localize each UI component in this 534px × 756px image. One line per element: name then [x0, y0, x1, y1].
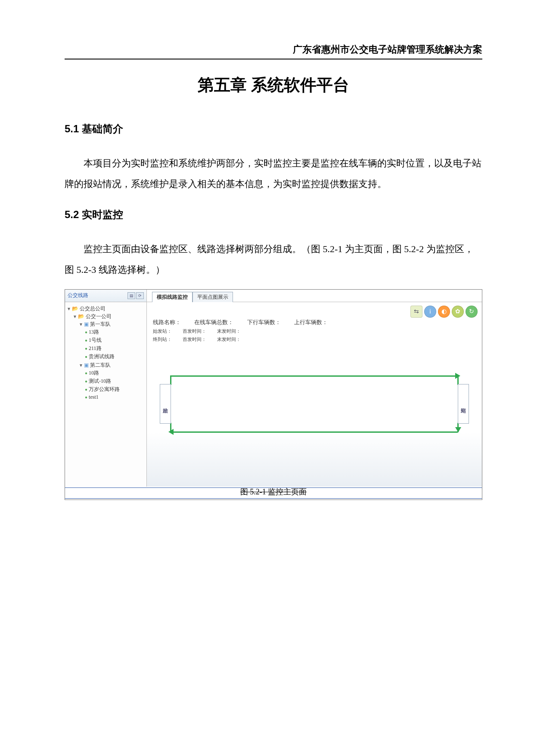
tree-line-wansui[interactable]: ●万岁公寓环路: [85, 385, 145, 394]
tree-line-gz[interactable]: ●贵洲试线路: [85, 353, 145, 361]
first-time-label-2: 首发时间：: [183, 337, 206, 342]
start-station-box: 始发站: [160, 384, 171, 424]
page-header: 广东省惠州市公交电子站牌管理系统解决方案: [65, 43, 482, 59]
up-count-label: 上行车辆数：: [294, 319, 328, 325]
tree-root[interactable]: ▼📂公交总公司 ▼📂公交一公司 ▼▣第一车队 ●13路 ●1号线 ●211路: [67, 305, 145, 402]
end-station-label: 终到站：: [153, 337, 172, 342]
tree-line-test10-label: 测试-10路: [89, 378, 111, 384]
route-line-bottom: [171, 431, 458, 433]
toolbar-btn-info[interactable]: i: [424, 306, 436, 318]
route-diagram: 始发站 终到站: [160, 362, 469, 444]
tree-line-1[interactable]: ●1号线: [85, 336, 145, 344]
tree-root-label: 公交总公司: [80, 306, 106, 312]
tree-toolbar-icon-1[interactable]: ▤: [127, 292, 135, 299]
section-5-1-heading: 5.1 基础简介: [65, 122, 482, 136]
end-station-box: 终到站: [458, 384, 469, 424]
monitor-tabs: 模拟线路监控 平面点图展示: [147, 290, 233, 302]
arrow-top-right-icon: [455, 373, 460, 379]
tree-line-211[interactable]: ●211路: [85, 344, 145, 353]
arrow-bottom-left-icon: [168, 429, 174, 435]
toolbar-btn-refresh[interactable]: ↻: [466, 306, 478, 318]
down-count-label: 下行车辆数：: [247, 319, 281, 325]
monitor-area: ⇆ i ◐ ✿ ↻ 线路名称： 在线车辆总数： 下行车辆数： 上行车辆数： 始发…: [147, 302, 482, 487]
tree-panel-header: 公交线路 ▤ ⟳: [65, 290, 147, 302]
tree-line-test1-label: test1: [89, 394, 99, 400]
toolbar-btn-4[interactable]: ✿: [452, 306, 464, 318]
tab-plane-point-display[interactable]: 平面点图展示: [192, 292, 233, 302]
online-total-label: 在线车辆总数：: [194, 319, 233, 325]
tree-line-211-label: 211路: [89, 345, 102, 351]
start-station-label: 始发站：: [153, 328, 172, 334]
tree-company-1[interactable]: ▼📂公交一公司 ▼▣第一车队 ●13路 ●1号线 ●211路 ●贵洲试线路: [73, 312, 145, 402]
tree-team-2-label: 第二车队: [90, 362, 111, 368]
route-tree[interactable]: ▼📂公交总公司 ▼📂公交一公司 ▼▣第一车队 ●13路 ●1号线 ●211路: [65, 302, 147, 487]
tree-line-10[interactable]: ●10路: [85, 369, 145, 377]
route-line-left-up: [170, 375, 171, 385]
tree-panel-title: 公交线路: [68, 292, 88, 299]
tree-line-test10[interactable]: ●测试-10路: [85, 377, 145, 385]
section-5-1-para: 本项目分为实时监控和系统维护两部分，实时监控主要是监控在线车辆的实时位置，以及电…: [65, 153, 482, 195]
tree-company-1-label: 公交一公司: [86, 313, 112, 319]
tree-toolbar-icon-2[interactable]: ⟳: [136, 292, 144, 299]
route-info: 线路名称： 在线车辆总数： 下行车辆数： 上行车辆数： 始发站： 首发时间： 末…: [153, 319, 476, 343]
route-line-top: [171, 375, 458, 377]
tree-line-wansui-label: 万岁公寓环路: [89, 386, 120, 392]
toolbar-btn-1[interactable]: ⇆: [410, 306, 422, 318]
tree-line-10-label: 10路: [89, 370, 99, 376]
toolbar-btn-3[interactable]: ◐: [438, 306, 450, 318]
figure-top-row: 公交线路 ▤ ⟳ 模拟线路监控 平面点图展示: [65, 290, 482, 302]
tree-line-gz-label: 贵洲试线路: [89, 353, 115, 359]
tab-simulated-route-monitor[interactable]: 模拟线路监控: [152, 292, 192, 302]
figure-caption: 图 5.2-1 监控主页面: [65, 487, 482, 500]
tree-team-1-label: 第一车队: [90, 321, 111, 327]
last-time-label-2: 末发时间：: [217, 337, 241, 342]
tree-line-13[interactable]: ●13路: [85, 328, 145, 336]
monitor-toolbar: ⇆ i ◐ ✿ ↻: [410, 306, 478, 318]
last-time-label: 末发时间：: [217, 328, 241, 334]
tree-team-2[interactable]: ▼▣第二车队 ●10路 ●测试-10路 ●万岁公寓环路 ●test1: [79, 361, 145, 401]
tree-line-1-label: 1号线: [89, 337, 102, 343]
section-5-2-para: 监控主页面由设备监控区、线路选择树两部分组成。（图 5.2-1 为主页面，图 5…: [65, 239, 482, 281]
tree-line-13-label: 13路: [89, 329, 99, 335]
tree-line-test1[interactable]: ●test1: [85, 394, 145, 401]
route-name-label: 线路名称：: [153, 319, 181, 325]
chapter-title: 第五章 系统软件平台: [65, 74, 482, 96]
figure-5-2-1: 公交线路 ▤ ⟳ 模拟线路监控 平面点图展示 ▼📂公交总公司 ▼📂公交一公司: [65, 289, 482, 500]
tree-team-1[interactable]: ▼▣第一车队 ●13路 ●1号线 ●211路 ●贵洲试线路: [79, 320, 145, 361]
first-time-label: 首发时间：: [183, 328, 206, 334]
arrow-right-down-icon: [455, 427, 461, 432]
section-5-2-heading: 5.2 实时监控: [65, 208, 482, 222]
